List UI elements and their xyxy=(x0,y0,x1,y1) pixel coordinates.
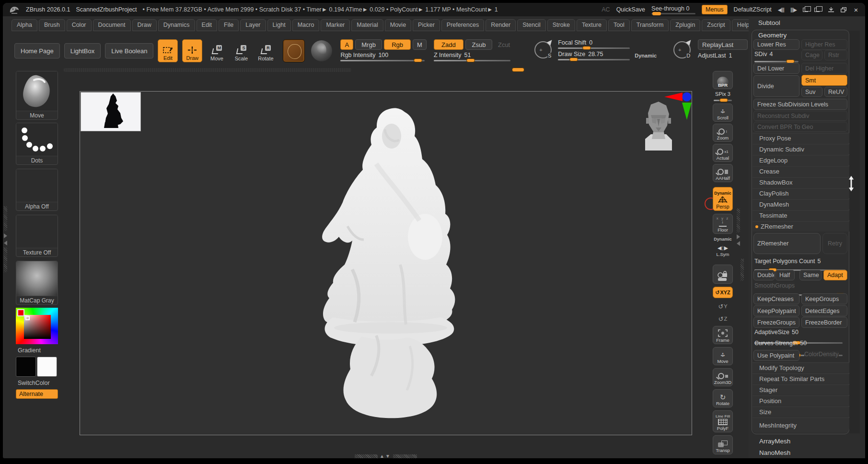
gizmo-x-axis[interactable] xyxy=(664,93,683,101)
shadowbox-section[interactable]: ShadowBox xyxy=(752,177,849,187)
tablet-pressure-left-icon[interactable]: ◀|||| xyxy=(778,7,784,12)
menu-picker[interactable]: Picker xyxy=(413,19,440,31)
focal-shift-slider[interactable]: Focal Shift0 xyxy=(558,39,630,49)
menu-texture[interactable]: Texture xyxy=(577,19,607,31)
cage-button[interactable]: Cage xyxy=(801,50,822,60)
spix-handle[interactable] xyxy=(719,98,728,102)
actual-size-button[interactable]: x1 Actual xyxy=(713,144,733,162)
tablet-pressure-right-icon[interactable]: ||||▶ xyxy=(790,7,797,12)
arraymesh-palette-header[interactable]: ArrayMesh xyxy=(759,438,790,445)
minimize-icon[interactable] xyxy=(828,7,834,12)
keep-groups-button[interactable]: KeepGroups xyxy=(801,293,847,304)
freeze-subdivision-button[interactable]: Freeze SubDivision Levels xyxy=(753,99,847,110)
default-zscript-button[interactable]: DefaultZScript xyxy=(734,6,772,13)
canvas-scroll-arrows[interactable]: ▲ ▼ xyxy=(380,453,390,459)
rgb-button[interactable]: Rgb xyxy=(384,39,411,50)
modify-topology-section[interactable]: Modify Topology xyxy=(752,362,849,373)
zcut-button[interactable]: Zcut xyxy=(494,39,514,50)
color-selector-cursor[interactable] xyxy=(25,316,30,320)
close-icon[interactable]: × xyxy=(853,7,859,12)
spix-track[interactable] xyxy=(714,100,732,101)
menu-file[interactable]: File xyxy=(219,19,239,31)
scroll-tool-button[interactable]: ↔↕ Scroll xyxy=(713,104,733,122)
m-button[interactable]: M xyxy=(413,39,427,50)
menu-stroke[interactable]: Stroke xyxy=(547,19,575,31)
menu-stencil[interactable]: Stencil xyxy=(517,19,546,31)
zsub-button[interactable]: Zsub xyxy=(465,39,492,50)
draw-size-handle[interactable] xyxy=(569,58,578,61)
convert-bpr-button[interactable]: Convert BPR To Geo xyxy=(753,122,847,132)
menu-zscript[interactable]: Zscript xyxy=(702,19,730,31)
rotate-canvas-button[interactable]: ↻ Rotate xyxy=(713,389,733,407)
nanomesh-palette-header[interactable]: NanoMesh xyxy=(759,449,790,456)
reuv-button[interactable]: ReUV xyxy=(824,87,847,97)
alternate-button[interactable]: Alternate xyxy=(16,389,58,399)
menu-alpha[interactable]: Alpha xyxy=(12,19,37,31)
main-color-swatch[interactable] xyxy=(16,357,36,377)
menu-document[interactable]: Document xyxy=(93,19,131,31)
bpr-render-button[interactable]: BPR xyxy=(713,71,733,89)
freeze-groups-button[interactable]: FreezeGroups xyxy=(753,317,799,328)
use-polypaint-button[interactable]: Use Polypaint xyxy=(753,350,799,361)
current-material-sphere[interactable] xyxy=(311,40,332,61)
menus-button[interactable]: Menus xyxy=(702,5,728,14)
focal-shift-handle[interactable] xyxy=(582,46,591,50)
lock-camera-button[interactable] xyxy=(713,265,733,284)
stager-section[interactable]: Stager xyxy=(752,384,849,395)
divide-button[interactable]: Divide xyxy=(753,75,799,97)
stroke-selector[interactable]: Dots xyxy=(16,123,58,165)
z-intensity-slider[interactable]: Z Intensity51 xyxy=(434,52,510,61)
current-brush-thumbnail[interactable] xyxy=(283,39,305,62)
lightbox-button[interactable]: LightBox xyxy=(64,43,101,58)
zoom-tool-button[interactable]: ↕ Zoom xyxy=(713,124,733,142)
alpha-selector[interactable]: Alpha Off xyxy=(16,169,58,211)
draw-size-track[interactable] xyxy=(558,59,630,60)
menu-marker[interactable]: Marker xyxy=(321,19,350,31)
see-through-track[interactable] xyxy=(651,13,695,14)
scroll-down-icon[interactable]: ▼ xyxy=(385,453,390,459)
toolbar-divider-handle[interactable] xyxy=(512,68,524,72)
rotate-y-button[interactable]: ↺Y xyxy=(713,301,733,312)
same-button[interactable]: Same xyxy=(799,270,822,280)
rotate-mode-button[interactable]: R Rotate xyxy=(255,39,276,62)
dynamic-subdiv-section[interactable]: Dynamic Subdiv xyxy=(752,144,849,154)
see-through-handle[interactable] xyxy=(652,12,661,15)
z-intensity-handle[interactable] xyxy=(466,58,475,62)
menu-transform[interactable]: Transform xyxy=(631,19,669,31)
zremesher-button[interactable]: ZRemesher xyxy=(753,233,821,254)
shelf-scroll-left-icon[interactable] xyxy=(737,241,740,246)
menu-color[interactable]: Color xyxy=(67,19,92,31)
adjust-last-slider[interactable]: AdjustLast1 xyxy=(698,52,732,59)
shelf-scroll-strip[interactable] xyxy=(737,209,740,232)
floor-button[interactable]: x y z ↓ Floor xyxy=(713,214,733,234)
smt-toggle[interactable]: Smt xyxy=(801,75,847,86)
left-tray-scroll-strip[interactable] xyxy=(4,206,7,231)
doc-back-icon[interactable] xyxy=(803,8,808,12)
dynamic-mode-label[interactable]: Dynamic xyxy=(713,237,733,242)
detect-edges-button[interactable]: DetectEdges xyxy=(801,305,847,316)
left-tray-scroll-right-icon[interactable] xyxy=(4,233,7,238)
menu-draw[interactable]: Draw xyxy=(132,19,157,31)
transparency-button[interactable]: Transp xyxy=(713,435,733,454)
alpha-toggle-button[interactable]: A xyxy=(340,39,353,50)
secondary-color-swatch[interactable] xyxy=(37,357,57,377)
local-symmetry-button[interactable]: ◀¦▶ L.Sym xyxy=(713,244,733,258)
rotate-xyz-button[interactable]: ↺XYZ xyxy=(713,287,733,298)
doc-forward-icon[interactable] xyxy=(814,8,820,12)
crease-section[interactable]: Crease xyxy=(752,166,849,176)
move-mode-button[interactable]: M Move xyxy=(207,39,227,62)
reconstruct-subdiv-button[interactable]: Reconstruct Subdiv xyxy=(753,111,847,121)
menu-layer[interactable]: Layer xyxy=(240,19,266,31)
alpha-type-icon[interactable]: +D xyxy=(673,41,691,58)
proxy-pose-section[interactable]: Proxy Pose xyxy=(752,133,849,143)
left-tray-scroll-left-icon[interactable] xyxy=(4,241,7,245)
home-page-button[interactable]: Home Page xyxy=(14,43,60,58)
live-boolean-button[interactable]: Live Boolean xyxy=(105,43,153,58)
lower-res-button[interactable]: Lower Res xyxy=(753,39,799,50)
rstr-button[interactable]: Rstr xyxy=(824,50,847,60)
switch-color-button[interactable]: SwitchColor xyxy=(16,379,58,387)
suv-toggle[interactable]: Suv xyxy=(801,87,822,97)
canvas-hscroll-right[interactable] xyxy=(393,454,417,458)
menu-brush[interactable]: Brush xyxy=(39,19,65,31)
stroke-type-icon[interactable]: +S xyxy=(534,41,552,58)
